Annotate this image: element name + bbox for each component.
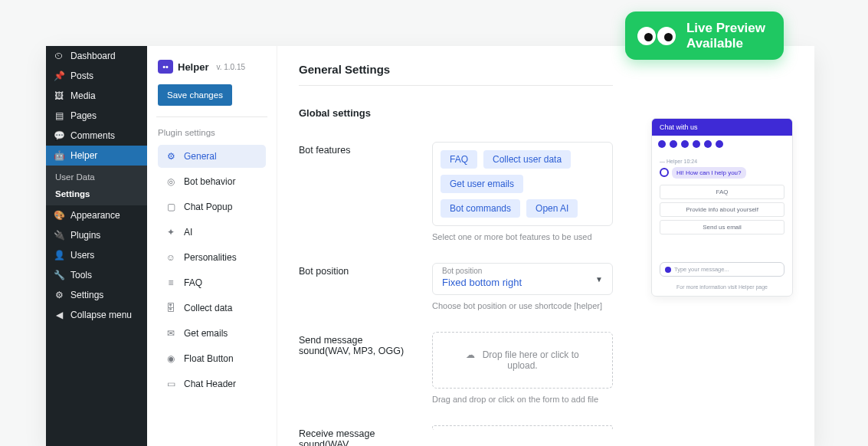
- chat-suggestion[interactable]: Provide info about yourself: [660, 202, 784, 217]
- bot-position-help: Choose bot position or use shortcode [he…: [432, 301, 613, 310]
- plugin-nav-personalities[interactable]: ☺Personalities: [158, 246, 266, 269]
- plugin-name: Helper: [178, 61, 208, 73]
- bot-position-value: Fixed bottom right: [442, 277, 603, 288]
- nav-icon: ◎: [165, 176, 176, 187]
- wp-menu-dashboard[interactable]: ⏲Dashboard: [46, 46, 147, 66]
- wp-menu-tools[interactable]: 🔧Tools: [46, 265, 147, 285]
- page-title: General Settings: [299, 63, 613, 76]
- chat-header: Chat with us: [652, 119, 792, 136]
- plugin-section-label: Plugin settings: [158, 128, 266, 137]
- wp-menu-helper[interactable]: 🤖Helper: [46, 146, 147, 166]
- menu-icon: 📌: [54, 71, 64, 81]
- bot-avatar-icon: [660, 168, 669, 177]
- wp-menu-comments[interactable]: 💬Comments: [46, 126, 147, 146]
- bot-greeting: Hi! How can I help you?: [672, 167, 746, 179]
- nav-icon: ⚙: [165, 151, 176, 162]
- plugin-settings-panel: •• Helper v. 1.0.15 Save changes Plugin …: [147, 46, 277, 446]
- bot-icon: ••: [158, 60, 173, 74]
- wp-menu-plugins[interactable]: 🔌Plugins: [46, 225, 147, 245]
- receive-sound-dropzone[interactable]: [432, 425, 613, 430]
- eyes-icon: [637, 27, 676, 45]
- cloud-upload-icon: ☁: [466, 349, 475, 360]
- plugin-nav-float-button[interactable]: ◉Float Button: [158, 347, 266, 370]
- live-preview-banner[interactable]: Live Preview Available: [625, 11, 784, 60]
- plugin-nav-get-emails[interactable]: ✉Get emails: [158, 322, 266, 345]
- bot-position-label: Bot position: [299, 263, 414, 277]
- menu-icon: 🤖: [54, 150, 64, 161]
- chat-input[interactable]: Type your message...: [660, 262, 784, 277]
- plugin-nav-chat-header[interactable]: ▭Chat Header: [158, 372, 266, 395]
- chat-suggestion[interactable]: Send us email: [660, 220, 784, 234]
- wp-menu-users[interactable]: 👤Users: [46, 245, 147, 265]
- nav-icon: ◉: [165, 353, 176, 364]
- menu-icon: ⚙: [54, 290, 64, 300]
- plugin-nav-collect-data[interactable]: 🗄Collect data: [158, 297, 266, 320]
- menu-icon: 👤: [54, 250, 64, 261]
- chevron-down-icon: ▼: [595, 275, 603, 284]
- send-icon: [665, 267, 671, 273]
- send-sound-label: Send message sound(WAV, MP3, OGG): [299, 332, 414, 356]
- wp-menu-posts[interactable]: 📌Posts: [46, 66, 147, 86]
- plugin-nav-general[interactable]: ⚙General: [158, 145, 266, 168]
- menu-icon: 🔧: [54, 270, 64, 280]
- plugin-nav-chat-popup[interactable]: ▢Chat Popup: [158, 195, 266, 218]
- nav-icon: ≡: [165, 277, 176, 288]
- chat-footer: For more information visit Helper page: [652, 281, 792, 296]
- plugin-nav-faq[interactable]: ≡FAQ: [158, 271, 266, 294]
- menu-icon: 🖼: [54, 90, 64, 101]
- bot-features-help: Select one or more bot features to be us…: [432, 232, 613, 241]
- chat-suggestion[interactable]: FAQ: [660, 185, 784, 199]
- feature-chip-faq[interactable]: FAQ: [441, 150, 477, 169]
- plugin-nav-bot-behavior[interactable]: ◎Bot behavior: [158, 170, 266, 193]
- bot-position-select[interactable]: Bot position Fixed bottom right ▼: [432, 263, 613, 295]
- feature-chip-get-user-emails[interactable]: Get user emails: [441, 175, 523, 193]
- menu-icon: 🔌: [54, 230, 64, 241]
- nav-icon: ☺: [165, 252, 176, 263]
- menu-icon: ◀: [54, 310, 64, 320]
- wp-menu-pages[interactable]: ▤Pages: [46, 106, 147, 126]
- save-button[interactable]: Save changes: [158, 84, 232, 106]
- wp-menu-collapse-menu[interactable]: ◀Collapse menu: [46, 305, 147, 325]
- live-preview-text: Live Preview Available: [686, 21, 765, 51]
- wp-submenu-user-data[interactable]: User Data: [46, 169, 147, 185]
- wp-submenu-settings[interactable]: Settings: [46, 185, 147, 202]
- nav-icon: ✦: [165, 227, 176, 238]
- chat-placeholder: Type your message...: [674, 266, 729, 273]
- menu-icon: 🎨: [54, 210, 64, 221]
- plugin-nav-ai[interactable]: ✦AI: [158, 221, 266, 244]
- bot-features-label: Bot features: [299, 142, 414, 156]
- send-sound-help: Drag and drop or click on the form to ad…: [432, 395, 613, 404]
- chat-social-icons: [652, 136, 792, 152]
- chat-timestamp: — Helper 10:24: [660, 159, 784, 164]
- bot-features-chipbox[interactable]: FAQCollect user dataGet user emailsBot c…: [432, 142, 613, 226]
- feature-chip-collect-user-data[interactable]: Collect user data: [483, 150, 571, 169]
- chat-preview-widget: Chat with us — Helper 10:24 Hi! How can …: [651, 118, 793, 297]
- menu-icon: ⏲: [54, 51, 64, 61]
- wp-menu-settings[interactable]: ⚙Settings: [46, 285, 147, 305]
- wp-admin-sidebar: ⏲Dashboard📌Posts🖼Media▤Pages💬Comments🤖He…: [46, 46, 147, 446]
- plugin-version: v. 1.0.15: [216, 63, 245, 71]
- nav-icon: ▭: [165, 379, 176, 389]
- plugin-header: •• Helper v. 1.0.15: [158, 60, 266, 74]
- wp-menu-media[interactable]: 🖼Media: [46, 86, 147, 106]
- wp-menu-appearance[interactable]: 🎨Appearance: [46, 205, 147, 225]
- feature-chip-bot-commands[interactable]: Bot commands: [441, 199, 520, 218]
- section-title: Global settings: [299, 107, 613, 119]
- nav-icon: 🗄: [165, 303, 176, 313]
- send-sound-dropzone[interactable]: ☁ Drop file here or click to upload.: [432, 332, 613, 389]
- menu-icon: 💬: [54, 130, 64, 141]
- feature-chip-open-ai[interactable]: Open AI: [526, 199, 578, 218]
- nav-icon: ▢: [165, 202, 176, 212]
- menu-icon: ▤: [54, 110, 64, 121]
- receive-sound-label: Receive message sound(WAV,: [299, 425, 414, 446]
- nav-icon: ✉: [165, 328, 176, 339]
